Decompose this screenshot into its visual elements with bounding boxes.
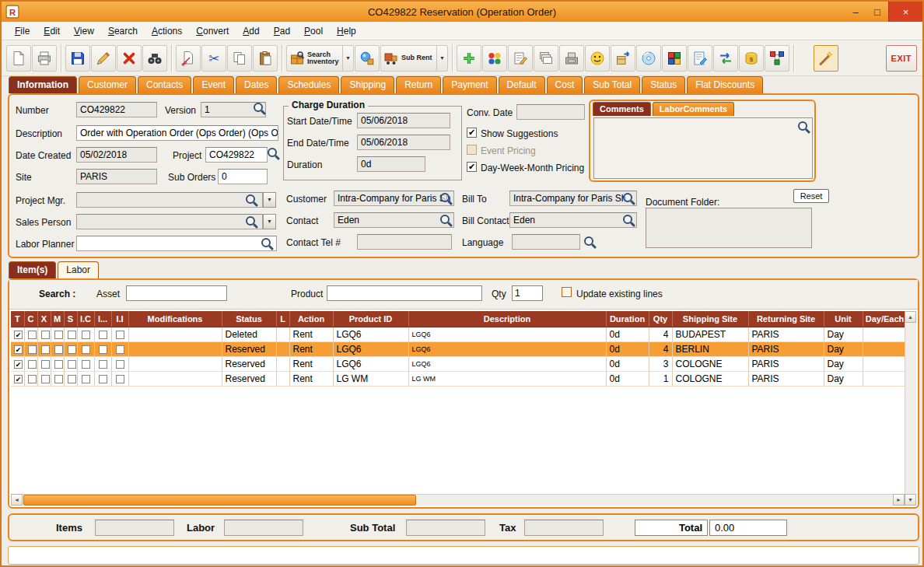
- tab-information[interactable]: Information: [9, 76, 77, 93]
- row-checkbox-i-c[interactable]: [82, 345, 90, 354]
- duration-field[interactable]: 0d: [357, 156, 425, 172]
- tab-flat-discounts[interactable]: Flat Discounts: [687, 76, 763, 93]
- column-header-modifications[interactable]: Modifications: [128, 311, 222, 327]
- project-field[interactable]: CO429822: [205, 147, 268, 163]
- network-cubes-button[interactable]: [765, 45, 789, 72]
- start-date-field[interactable]: 05/06/2018: [357, 113, 450, 128]
- minimize-button[interactable]: –: [845, 2, 866, 22]
- menu-item-pool[interactable]: Pool: [297, 22, 330, 40]
- row-checkbox-i[interactable]: [99, 345, 107, 354]
- column-header-i[interactable]: I...: [94, 311, 111, 327]
- tab-schedules[interactable]: Schedules: [278, 76, 339, 93]
- row-checkbox-m[interactable]: [54, 360, 63, 369]
- column-header-shipping-site[interactable]: Shipping Site: [672, 311, 748, 327]
- checkbox-show-suggestions[interactable]: [467, 128, 477, 138]
- exit-button[interactable]: EXIT: [886, 45, 917, 72]
- worksheet-edit-button[interactable]: [688, 45, 712, 72]
- row-checkbox-i[interactable]: [99, 375, 107, 383]
- items-tab-item-s[interactable]: Item(s): [9, 261, 56, 278]
- product-input[interactable]: [327, 285, 482, 301]
- row-checkbox-m[interactable]: [54, 345, 63, 354]
- row-checkbox-i-i[interactable]: [116, 331, 124, 339]
- project-mgr-lookup-icon[interactable]: [244, 193, 258, 207]
- delete-x-button[interactable]: [117, 45, 142, 72]
- scroll-right-button[interactable]: ►: [893, 494, 905, 506]
- row-checkbox-i[interactable]: [99, 331, 107, 339]
- menu-item-convert[interactable]: Convert: [189, 22, 236, 40]
- checkbox-day-week-month-pricing[interactable]: [467, 162, 477, 172]
- row-checkbox-c[interactable]: [28, 345, 37, 354]
- scroll-up-button[interactable]: ▲: [905, 311, 916, 323]
- row-checkbox-m[interactable]: [54, 375, 63, 383]
- note-edit-button[interactable]: [508, 45, 533, 72]
- tab-event[interactable]: Event: [193, 76, 234, 93]
- menu-item-edit[interactable]: Edit: [37, 22, 67, 40]
- row-checkbox-t[interactable]: [14, 331, 23, 339]
- column-header-status[interactable]: Status: [222, 311, 276, 327]
- row-checkbox-t[interactable]: [14, 375, 23, 383]
- column-header-l[interactable]: L: [276, 311, 289, 327]
- column-header-day-each[interactable]: Day/Each: [863, 311, 907, 327]
- labor-planner-lookup-icon[interactable]: [260, 236, 274, 250]
- menu-item-pad[interactable]: Pad: [267, 22, 297, 40]
- maximize-button[interactable]: □: [866, 2, 888, 22]
- save-button[interactable]: [65, 45, 90, 72]
- qty-input[interactable]: [512, 285, 543, 301]
- sales-person-lookup-icon[interactable]: [244, 215, 258, 229]
- language-lookup-icon[interactable]: [583, 235, 597, 249]
- menu-item-search[interactable]: Search: [101, 22, 145, 40]
- horizontal-scrollbar[interactable]: ◄ ►: [11, 494, 905, 506]
- table-row[interactable]: ReservedRentLGQ6LGQ60d3COLOGNEPARISDay: [11, 356, 907, 371]
- row-checkbox-i-c[interactable]: [82, 331, 90, 339]
- table-row[interactable]: ReservedRentLG WMLG WM0d1COLOGNEPARISDay: [11, 371, 907, 386]
- scissors-button[interactable]: ✂: [201, 45, 226, 72]
- column-header-action[interactable]: Action: [289, 311, 333, 327]
- copy-button[interactable]: [227, 45, 252, 72]
- comments-tab-laborcomments[interactable]: LaborComments: [653, 102, 734, 116]
- search-inventory-dropdown-arrow[interactable]: ▼: [342, 46, 351, 71]
- column-header-unit[interactable]: Unit: [824, 311, 863, 327]
- tab-return[interactable]: Return: [396, 76, 441, 93]
- menu-item-file[interactable]: File: [8, 22, 37, 40]
- column-header-i-c[interactable]: I.C: [77, 311, 94, 327]
- row-checkbox-s[interactable]: [68, 375, 76, 383]
- tab-default[interactable]: Default: [499, 76, 545, 93]
- row-checkbox-i[interactable]: [99, 360, 107, 369]
- wand-button[interactable]: [814, 45, 838, 72]
- sub-orders-field[interactable]: 0: [218, 169, 268, 184]
- reset-button[interactable]: Reset: [793, 189, 829, 203]
- bill-to-field[interactable]: Intra-Company for Paris Sh: [509, 191, 637, 206]
- row-checkbox-i-i[interactable]: [116, 375, 124, 383]
- print-group-button[interactable]: [559, 45, 584, 72]
- paste-button[interactable]: [253, 45, 278, 72]
- card-stack-button[interactable]: [534, 45, 558, 72]
- tab-contacts[interactable]: Contacts: [138, 76, 191, 93]
- customer-lookup-icon[interactable]: [439, 191, 453, 205]
- find-binoculars-button[interactable]: [142, 45, 167, 72]
- smiley-button[interactable]: [585, 45, 610, 72]
- cut-document-button[interactable]: [176, 45, 201, 72]
- row-checkbox-c[interactable]: [28, 360, 37, 369]
- column-header-description[interactable]: Description: [408, 311, 606, 327]
- row-checkbox-t[interactable]: [14, 360, 23, 369]
- contact-tel-field[interactable]: [357, 234, 452, 250]
- column-header-m[interactable]: M: [51, 311, 64, 327]
- project-mgr-field[interactable]: [76, 192, 263, 208]
- project-mgr-dropdown[interactable]: ▼: [263, 192, 276, 208]
- menu-item-actions[interactable]: Actions: [145, 22, 189, 40]
- comments-lookup-icon[interactable]: [796, 120, 810, 134]
- row-checkbox-t[interactable]: [14, 345, 23, 354]
- column-header-i-i[interactable]: I.I: [111, 311, 128, 327]
- inventory-gem-button[interactable]: [355, 45, 380, 72]
- column-header-c[interactable]: C: [24, 311, 37, 327]
- tab-payment[interactable]: Payment: [443, 76, 496, 93]
- horizontal-scroll-thumb[interactable]: [23, 495, 416, 506]
- tab-customer[interactable]: Customer: [79, 76, 136, 93]
- row-checkbox-x[interactable]: [41, 345, 50, 354]
- sales-person-field[interactable]: [76, 214, 263, 229]
- color-cubes-button[interactable]: [662, 45, 687, 72]
- bill-contact-lookup-icon[interactable]: [621, 213, 635, 227]
- row-checkbox-x[interactable]: [41, 375, 50, 383]
- package-out-button[interactable]: [611, 45, 635, 72]
- vertical-scrollbar[interactable]: ▲ ▼: [905, 311, 916, 506]
